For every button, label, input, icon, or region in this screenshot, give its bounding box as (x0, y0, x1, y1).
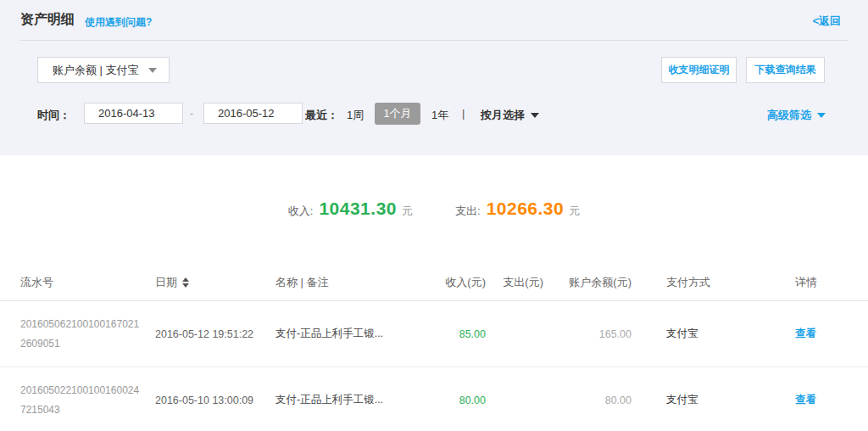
range-option-1year[interactable]: 1年 (431, 108, 448, 123)
transactions-table: 流水号 日期 名称 | 备注 收入(元) 支出(元) 账户余额(元) 支付方式 … (0, 264, 868, 431)
cell-income: 85.00 (422, 328, 486, 340)
advanced-filter-label: 高级筛选 (767, 108, 811, 123)
month-select-dropdown[interactable]: 按月选择 (481, 108, 539, 123)
column-header-name: 名称 | 备注 (275, 275, 422, 290)
recent-label: 最近： (305, 108, 338, 123)
table-row: 2016050221001001600247215043 2016-05-10 … (0, 367, 868, 431)
date-separator: - (190, 108, 193, 120)
range-option-1month-selected[interactable]: 1个月 (375, 103, 420, 125)
income-total: 10431.30 (319, 199, 397, 219)
column-header-date-label: 日期 (155, 275, 177, 290)
cell-serial: 2016050621001001670212609051 (20, 315, 155, 352)
column-header-income: 收入(元) (422, 275, 486, 290)
column-header-serial: 流水号 (20, 275, 155, 290)
date-to-input[interactable] (203, 103, 303, 124)
back-link[interactable]: <返回 (812, 14, 841, 29)
column-header-date[interactable]: 日期 (155, 275, 275, 290)
column-header-balance: 账户余额(元) (543, 275, 632, 290)
download-results-button[interactable]: 下载查询结果 (746, 57, 825, 83)
range-divider: | (462, 107, 465, 120)
cell-serial: 2016050221001001600247215043 (20, 381, 155, 418)
income-unit: 元 (402, 204, 413, 219)
table-row: 2016050621001001670212609051 2016-05-12 … (0, 301, 868, 367)
month-select-label: 按月选择 (481, 108, 525, 123)
chevron-down-icon (817, 113, 826, 118)
asset-detail-page: 资产明细 使用遇到问题? <返回 账户余额 | 支付宝 收支明细证明 下载查询结… (0, 0, 868, 431)
income-summary: 收入: 10431.30 元 (288, 199, 413, 219)
page-title: 资产明细 (20, 11, 75, 29)
range-option-1week[interactable]: 1周 (347, 108, 364, 123)
advanced-filter-dropdown[interactable]: 高级筛选 (767, 108, 826, 123)
cell-income: 80.00 (422, 395, 486, 406)
sort-icon[interactable] (182, 277, 189, 288)
filter-panel: 资产明细 使用遇到问题? <返回 账户余额 | 支付宝 收支明细证明 下载查询结… (0, 0, 868, 155)
income-expense-proof-button[interactable]: 收支明细证明 (661, 57, 737, 83)
account-type-select[interactable]: 账户余额 | 支付宝 (37, 57, 170, 83)
cell-balance: 80.00 (543, 395, 632, 406)
date-from-input[interactable] (84, 103, 183, 124)
cell-name: 支付-正品上利手工锻... (275, 327, 422, 341)
table-header-row: 流水号 日期 名称 | 备注 收入(元) 支出(元) 账户余额(元) 支付方式 … (0, 264, 868, 301)
chevron-down-icon (531, 113, 539, 118)
cell-balance: 165.00 (543, 328, 632, 340)
cell-date: 2016-05-10 13:00:09 (155, 395, 275, 406)
expense-summary: 支出: 10266.30 元 (455, 199, 580, 219)
expense-unit: 元 (569, 204, 580, 219)
column-header-detail: 详情 (795, 275, 846, 290)
cell-date: 2016-05-12 19:51:22 (155, 328, 275, 340)
income-label: 收入: (288, 204, 314, 219)
cell-method: 支付宝 (666, 393, 751, 407)
expense-total: 10266.30 (487, 199, 565, 219)
cell-name: 支付-正品上利手工锻... (275, 393, 422, 407)
time-label: 时间： (37, 108, 70, 123)
expense-label: 支出: (455, 204, 481, 219)
help-link[interactable]: 使用遇到问题? (85, 15, 152, 30)
view-detail-link[interactable]: 查看 (795, 394, 816, 406)
view-detail-link[interactable]: 查看 (795, 327, 816, 339)
summary-bar: 收入: 10431.30 元 支出: 10266.30 元 (0, 199, 868, 219)
header-divider (20, 40, 848, 41)
column-header-expense: 支出(元) (486, 275, 543, 290)
chevron-down-icon (148, 68, 157, 73)
cell-method: 支付宝 (666, 327, 751, 341)
account-type-value: 账户余额 | 支付宝 (53, 63, 139, 78)
column-header-method: 支付方式 (666, 275, 751, 290)
